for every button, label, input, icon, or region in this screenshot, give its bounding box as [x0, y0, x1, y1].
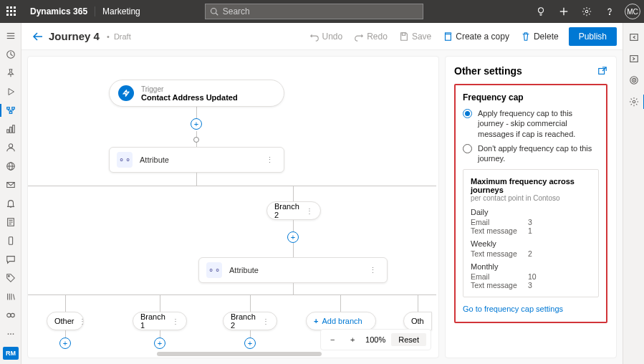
undo-button[interactable]: Undo [304, 27, 349, 47]
radio-skip-cap[interactable]: Don't apply frequency cap to this journe… [463, 143, 599, 164]
tag-icon[interactable] [0, 269, 21, 287]
svg-rect-28 [12, 125, 14, 133]
popout-icon[interactable] [597, 66, 607, 76]
channel-label: Text message [471, 249, 528, 258]
frequency-settings-link[interactable]: Go to frequency cap settings [463, 305, 563, 313]
zoom-in-button[interactable]: + [345, 332, 360, 347]
settings-gear-icon[interactable] [623, 92, 645, 112]
attribute-label: Attribute [229, 266, 359, 274]
chip-more-icon[interactable]: ⋮ [262, 317, 269, 325]
left-nav-rail: RM [0, 23, 21, 364]
mail-icon[interactable] [0, 176, 21, 193]
attribute-icon: ⚬⚬ [117, 152, 133, 168]
frequency-cap-section: Frequency cap Apply frequency cap to thi… [454, 84, 607, 323]
radio-apply-cap[interactable]: Apply frequency cap to this journey - sk… [463, 108, 599, 139]
more-icon[interactable] [0, 325, 21, 343]
globe-icon[interactable] [0, 158, 21, 175]
help-icon[interactable] [598, 0, 621, 23]
journey-title[interactable]: Journey 4 [49, 30, 100, 42]
branch-chip-2[interactable]: Branch 2⋮ [223, 312, 277, 330]
expand-out-icon[interactable] [623, 49, 645, 69]
channel-value: 1 [528, 226, 532, 235]
library-icon[interactable] [0, 288, 21, 305]
menu-icon[interactable] [0, 27, 21, 44]
form-icon[interactable] [0, 214, 21, 231]
user-avatar[interactable]: MC [621, 0, 644, 23]
svg-rect-27 [9, 127, 11, 133]
horizontal-scrollbar[interactable] [157, 352, 322, 356]
channel-label: Text message [471, 226, 528, 235]
global-search-input[interactable]: Search [205, 4, 423, 19]
svg-line-10 [216, 13, 218, 15]
goal-icon[interactable] [623, 70, 645, 90]
add-icon[interactable] [552, 0, 575, 23]
phone-icon[interactable] [0, 232, 21, 249]
journey-icon[interactable] [0, 102, 21, 119]
back-button[interactable] [27, 31, 49, 42]
branch-chip-top[interactable]: Branch 2 ⋮ [266, 201, 321, 220]
branch-other-left[interactable]: Other⋮ [47, 312, 84, 330]
settings-icon[interactable] [575, 0, 598, 23]
svg-point-40 [8, 276, 9, 277]
chat-icon[interactable] [0, 251, 21, 268]
svg-point-48 [10, 333, 11, 335]
max-frequency-subtitle: per contact point in Contoso [471, 194, 591, 202]
max-frequency-title: Maximum frequency across journeys [471, 177, 591, 194]
zoom-out-button[interactable]: − [325, 332, 340, 347]
product-label[interactable]: Marketing [95, 6, 148, 16]
add-step-icon[interactable]: + [59, 337, 71, 349]
add-step-icon[interactable]: + [244, 337, 256, 349]
chip-more-icon[interactable]: ⋮ [79, 317, 86, 325]
svg-rect-1 [10, 6, 12, 9]
svg-point-47 [7, 333, 9, 335]
node-more-icon[interactable]: ⋮ [263, 155, 277, 165]
redo-button[interactable]: Redo [348, 27, 393, 47]
pin-icon[interactable] [0, 64, 21, 82]
period-name: Monthly [471, 262, 591, 271]
publish-button[interactable]: Publish [569, 27, 617, 46]
svg-rect-5 [14, 10, 16, 12]
svg-rect-24 [11, 107, 14, 110]
create-copy-button[interactable]: Create a copy [437, 27, 515, 47]
branch-other-right[interactable]: Oth [403, 312, 432, 330]
brand-icon[interactable] [0, 307, 21, 324]
node-more-icon[interactable]: ⋮ [366, 266, 380, 275]
delete-button[interactable]: Delete [515, 27, 564, 47]
app-launcher-icon[interactable] [0, 6, 23, 16]
recent-icon[interactable] [0, 46, 21, 63]
svg-point-49 [12, 333, 14, 335]
svg-rect-25 [9, 112, 12, 114]
lightbulb-icon[interactable] [529, 0, 552, 23]
zoom-reset-button[interactable]: Reset [391, 333, 426, 346]
channel-value: 2 [528, 249, 532, 258]
expand-in-icon[interactable] [623, 27, 645, 47]
analytics-icon[interactable] [0, 120, 21, 138]
svg-rect-23 [6, 107, 9, 110]
journey-canvas[interactable]: + Trigger Contact Address Updated ⚬⚬ Att… [27, 56, 439, 358]
attribute-node-1[interactable]: ⚬⚬ Attribute ⋮ [109, 147, 284, 173]
chip-more-icon[interactable]: ⋮ [306, 207, 313, 215]
contacts-icon[interactable] [0, 139, 21, 156]
add-step-icon[interactable]: + [154, 337, 165, 349]
main-area: Journey 4 Draft Undo Redo Save Create a … [21, 23, 623, 364]
add-step-icon[interactable]: + [287, 231, 299, 243]
top-navbar: Dynamics 365 Marketing Search MC [0, 0, 644, 23]
add-branch-button[interactable]: +Add branch [306, 312, 376, 330]
rm-badge[interactable]: RM [3, 347, 19, 360]
play-icon[interactable] [0, 83, 21, 100]
brand-label[interactable]: Dynamics 365 [23, 6, 95, 16]
attribute-node-2[interactable]: ⚬⚬ Attribute ⋮ [198, 257, 388, 283]
svg-point-17 [609, 14, 610, 14]
command-bar: Journey 4 Draft Undo Redo Save Create a … [21, 23, 623, 50]
add-step-icon[interactable]: + [191, 118, 202, 130]
branch-chip-1[interactable]: Branch 1⋮ [133, 312, 187, 330]
panel-title: Other settings [454, 65, 522, 77]
zoom-level: 100% [365, 335, 385, 344]
channel-label: Email [471, 218, 528, 226]
attribute-icon: ⚬⚬ [206, 262, 222, 278]
chip-more-icon[interactable]: ⋮ [172, 317, 179, 325]
notification-icon[interactable] [0, 195, 21, 212]
trigger-node[interactable]: Trigger Contact Address Updated [109, 80, 284, 107]
svg-point-29 [9, 144, 12, 148]
save-button[interactable]: Save [393, 27, 437, 47]
